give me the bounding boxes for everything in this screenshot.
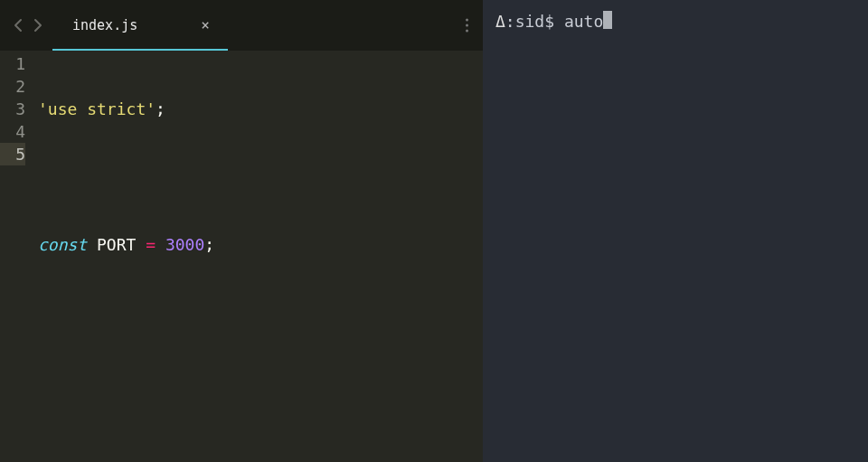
line-number: 2 — [0, 75, 25, 98]
tab-bar: index.js × — [0, 0, 483, 51]
code-line — [38, 301, 483, 324]
chevron-right-icon — [33, 17, 43, 33]
code-content[interactable]: 'use strict'; const PORT = 3000; — [38, 52, 483, 462]
code-line: const PORT = 3000; — [38, 233, 483, 256]
nav-arrows — [0, 17, 43, 33]
chevron-left-icon — [13, 17, 24, 33]
dots-vertical-icon — [466, 19, 468, 22]
tab-close-button[interactable]: × — [201, 18, 210, 33]
code-line — [38, 165, 483, 188]
nav-back-button[interactable] — [13, 17, 24, 33]
tab-filename: index.js — [72, 17, 137, 33]
editor-pane: index.js × 1 2 3 4 5 'use strict'; co — [0, 0, 483, 462]
app-root: index.js × 1 2 3 4 5 'use strict'; co — [0, 0, 868, 462]
tab-overflow-button[interactable] — [460, 14, 474, 38]
tab-active-indicator — [52, 49, 228, 51]
code-line — [38, 369, 483, 391]
code-editor[interactable]: 1 2 3 4 5 'use strict'; const PORT = 300… — [0, 51, 483, 462]
line-number: 5 — [0, 143, 25, 165]
terminal-cursor — [603, 11, 612, 29]
code-line: 'use strict'; — [38, 98, 483, 120]
terminal-input-text: auto — [564, 12, 603, 31]
nav-forward-button[interactable] — [33, 17, 43, 33]
terminal-prompt-path: :sid$ — [505, 12, 554, 31]
line-number-gutter: 1 2 3 4 5 — [0, 52, 38, 462]
line-number: 1 — [0, 52, 25, 75]
line-number: 4 — [0, 120, 25, 143]
line-number: 3 — [0, 98, 25, 120]
file-tab[interactable]: index.js × — [52, 0, 228, 51]
terminal-pane[interactable]: Δ:sid$ auto — [483, 0, 868, 462]
terminal-prompt-symbol: Δ — [495, 12, 505, 31]
